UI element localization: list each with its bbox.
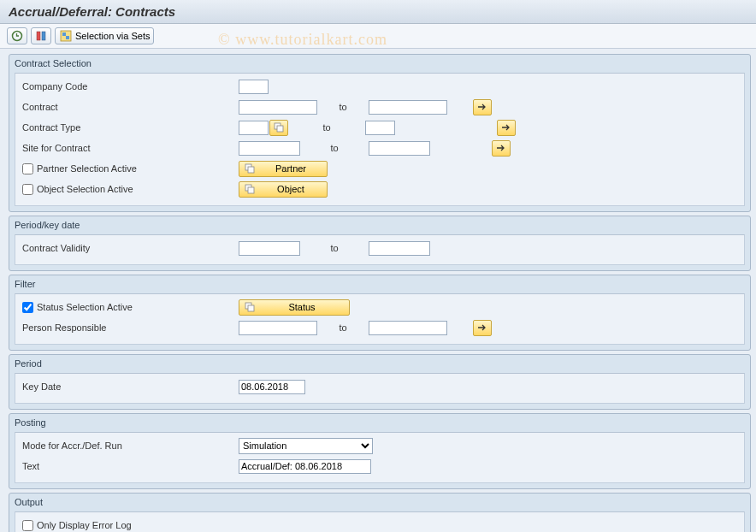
label-site: Site for Contract: [21, 143, 239, 153]
sets-icon: [59, 29, 73, 43]
to-label: to: [288, 122, 365, 133]
contract-from-input[interactable]: [239, 100, 317, 115]
search-help-icon: [274, 122, 284, 133]
selection-via-sets-label: Selection via Sets: [75, 31, 150, 41]
mode-select[interactable]: Simulation: [239, 438, 373, 454]
toolbar: Selection via Sets: [0, 24, 756, 49]
execute-icon: [11, 29, 23, 43]
object-button-label: Object: [260, 184, 322, 194]
selection-via-sets-button[interactable]: Selection via Sets: [55, 27, 154, 44]
group-title: Contract Selection: [15, 57, 745, 69]
to-label: to: [300, 243, 369, 253]
error-log-checkbox[interactable]: [22, 520, 33, 531]
expand-icon: [245, 184, 255, 194]
label-err-log: Only Display Error Log: [37, 520, 132, 530]
search-help-contract-type[interactable]: [269, 120, 288, 136]
label-company-code: Company Code: [21, 81, 239, 92]
group-title: Posting: [15, 417, 745, 429]
label-validity: Contract Validity: [21, 243, 239, 253]
expand-icon: [245, 302, 255, 312]
execute-button[interactable]: [7, 27, 27, 44]
object-button[interactable]: Object: [239, 181, 328, 198]
label-key-date: Key Date: [21, 381, 239, 392]
label-mode: Mode for Accr./Def. Run: [21, 440, 239, 451]
label-contract: Contract: [21, 102, 239, 112]
group-contract-selection: Contract Selection Company Code Contract…: [9, 54, 751, 212]
group-title: Period: [15, 358, 745, 369]
multi-select-person-button[interactable]: [473, 320, 492, 336]
label-object-sel: Object Selection Active: [37, 184, 133, 194]
variant-button[interactable]: [31, 27, 51, 44]
key-date-input[interactable]: [239, 380, 305, 394]
arrow-right-icon: [496, 144, 506, 152]
svg-rect-4: [62, 33, 66, 36]
label-person: Person Responsible: [21, 322, 239, 333]
group-period-key-date: Period/key date Contract Validity to: [9, 216, 751, 271]
arrow-right-icon: [501, 123, 511, 132]
status-button-label: Status: [260, 302, 344, 312]
svg-rect-1: [37, 32, 40, 40]
group-title: Filter: [15, 278, 745, 290]
svg-rect-9: [248, 167, 254, 173]
label-contract-type: Contract Type: [21, 122, 239, 133]
contract-type-from-input[interactable]: [239, 121, 269, 135]
partner-button[interactable]: Partner: [239, 161, 328, 177]
to-label: to: [300, 143, 369, 153]
to-label: to: [317, 322, 369, 333]
object-selection-checkbox[interactable]: [22, 184, 33, 195]
group-posting: Posting Mode for Accr./Def. Run Simulati…: [9, 413, 751, 489]
svg-rect-13: [248, 305, 254, 311]
svg-rect-2: [42, 32, 45, 40]
validity-to-input[interactable]: [369, 241, 430, 256]
group-title: Output: [15, 496, 745, 508]
contract-to-input[interactable]: [369, 100, 447, 115]
multi-select-contract-type-button[interactable]: [497, 120, 516, 136]
label-text: Text: [21, 461, 239, 471]
svg-rect-11: [248, 187, 254, 193]
site-to-input[interactable]: [369, 141, 430, 156]
expand-icon: [245, 163, 255, 174]
text-input[interactable]: [239, 459, 371, 474]
contract-type-to-input[interactable]: [365, 121, 395, 135]
label-status-sel: Status Selection Active: [37, 302, 133, 312]
arrow-right-icon: [477, 103, 487, 111]
status-selection-checkbox[interactable]: [22, 302, 33, 313]
to-label: to: [317, 102, 369, 112]
site-from-input[interactable]: [239, 141, 300, 156]
validity-from-input[interactable]: [239, 241, 300, 256]
label-partner-sel: Partner Selection Active: [37, 163, 137, 174]
arrow-right-icon: [477, 323, 487, 332]
group-filter: Filter Status Selection Active Status Pe…: [9, 275, 751, 351]
svg-rect-7: [277, 126, 283, 132]
person-from-input[interactable]: [239, 321, 317, 335]
variant-icon: [35, 29, 47, 43]
multi-select-site-button[interactable]: [492, 140, 511, 157]
partner-button-label: Partner: [260, 163, 322, 174]
person-to-input[interactable]: [369, 321, 447, 335]
multi-select-contract-button[interactable]: [473, 99, 492, 115]
group-period: Period Key Date: [9, 354, 751, 410]
status-button[interactable]: Status: [239, 299, 350, 316]
group-output: Output Only Display Error Log: [9, 493, 751, 532]
partner-selection-checkbox[interactable]: [22, 163, 33, 174]
page-title: Accrual/Deferral: Contracts: [0, 0, 756, 24]
svg-rect-5: [66, 36, 69, 39]
group-title: Period/key date: [15, 219, 745, 231]
company-code-input[interactable]: [239, 80, 269, 94]
